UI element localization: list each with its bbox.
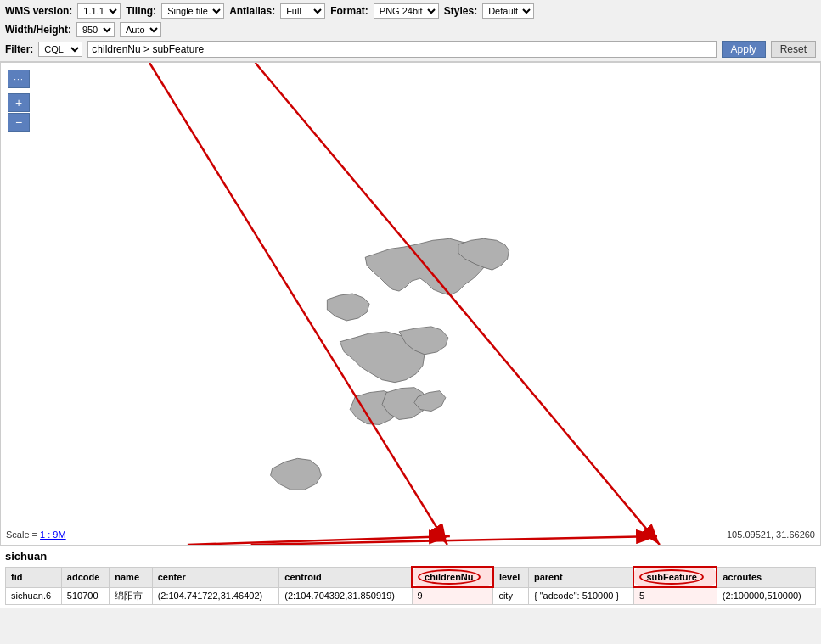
cell-childrenNu: 9 bbox=[412, 587, 493, 604]
tiling-select[interactable]: Single tile Tiled bbox=[161, 3, 224, 19]
data-section: sichuan fid adcode name center centroid … bbox=[0, 546, 821, 608]
zoom-out-button[interactable]: − bbox=[8, 113, 30, 132]
map-zoom-controls: + − bbox=[8, 93, 30, 132]
cell-subFeature: 5 bbox=[633, 587, 717, 604]
zoom-in-button[interactable]: + bbox=[8, 93, 30, 112]
cell-name: 绵阳市 bbox=[110, 587, 152, 604]
toolbar: WMS version: 1.1.1 1.1.0 1.3.0 Tiling: S… bbox=[0, 0, 821, 62]
cell-fid: sichuan.6 bbox=[6, 587, 62, 604]
cell-acroutes: (2:100000,510000) bbox=[717, 587, 815, 604]
col-header-level: level bbox=[493, 567, 529, 587]
filter-input[interactable] bbox=[87, 41, 716, 58]
map-menu-button[interactable]: ··· bbox=[8, 70, 30, 88]
width-select[interactable]: 950 800 600 bbox=[76, 22, 115, 37]
filter-type-select[interactable]: CQL OGC bbox=[38, 42, 82, 57]
format-label: Format: bbox=[330, 5, 368, 17]
table-header-row: fid adcode name center centroid children… bbox=[6, 567, 816, 587]
toolbar-row-2: Width/Height: 950 800 600 Auto 600 400 bbox=[5, 22, 816, 37]
col-header-centroid: centroid bbox=[279, 567, 412, 587]
wms-version-select[interactable]: 1.1.1 1.1.0 1.3.0 bbox=[77, 3, 121, 19]
col-header-adcode: adcode bbox=[61, 567, 109, 587]
layer-name: sichuan bbox=[5, 550, 816, 563]
col-header-center: center bbox=[152, 567, 279, 587]
antialias-label: Antialias: bbox=[229, 5, 275, 17]
wms-label: WMS version: bbox=[5, 5, 72, 17]
toolbar-row-3: Filter: CQL OGC Apply Reset bbox=[5, 41, 816, 58]
scale-bar: Scale = 1 : 9M bbox=[6, 529, 66, 540]
map-container: ··· + − bbox=[0, 62, 821, 546]
antialias-select[interactable]: Full None Text bbox=[280, 3, 325, 19]
cell-level: city bbox=[493, 587, 529, 604]
col-header-childrenNu: childrenNu bbox=[412, 567, 493, 587]
cell-center: (2:104.741722,31.46402) bbox=[152, 587, 279, 604]
map-tools: ··· + − bbox=[8, 70, 30, 132]
col-header-name: name bbox=[110, 567, 152, 587]
table-row: sichuan.6 510700 绵阳市 (2:104.741722,31.46… bbox=[6, 587, 816, 604]
height-select[interactable]: Auto 600 400 bbox=[120, 22, 161, 37]
tiling-label: Tiling: bbox=[126, 5, 156, 17]
col-header-parent: parent bbox=[528, 567, 633, 587]
scale-link[interactable]: 1 : 9M bbox=[40, 529, 66, 540]
col-header-subFeature: subFeature bbox=[633, 567, 717, 587]
styles-label: Styles: bbox=[444, 5, 477, 17]
feature-table: fid adcode name center centroid children… bbox=[5, 566, 816, 605]
toolbar-row-1: WMS version: 1.1.1 1.1.0 1.3.0 Tiling: S… bbox=[5, 3, 816, 19]
cell-adcode: 510700 bbox=[61, 587, 109, 604]
filter-label: Filter: bbox=[5, 43, 33, 55]
format-select[interactable]: PNG 24bit PNG 8bit JPEG bbox=[374, 3, 439, 19]
cell-parent: { "adcode": 510000 } bbox=[528, 587, 633, 604]
map-coordinates: 105.09521, 31.66260 bbox=[727, 529, 815, 540]
col-header-acroutes: acroutes bbox=[717, 567, 815, 587]
map-svg bbox=[1, 63, 820, 545]
scale-label: Scale = bbox=[6, 529, 40, 540]
width-label: Width/Height: bbox=[5, 24, 71, 36]
reset-button[interactable]: Reset bbox=[771, 41, 816, 58]
cell-centroid: (2:104.704392,31.850919) bbox=[279, 587, 412, 604]
apply-button[interactable]: Apply bbox=[722, 41, 766, 58]
styles-select[interactable]: Default bbox=[482, 3, 534, 19]
col-header-fid: fid bbox=[6, 567, 62, 587]
